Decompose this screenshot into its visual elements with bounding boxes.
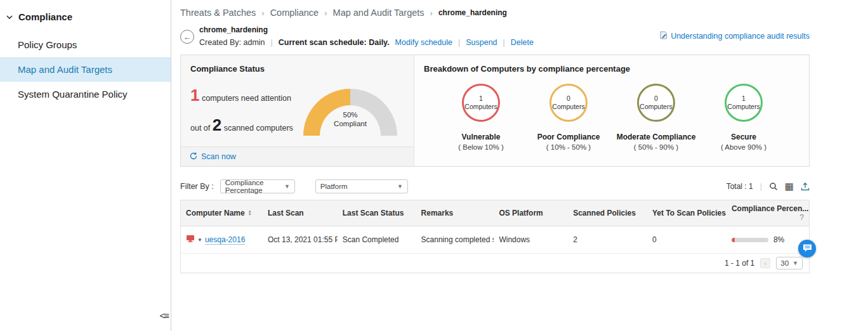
column-header-last-scan-status[interactable]: Last Scan Status <box>338 200 416 226</box>
last-scan-status-cell: Scan Completed <box>338 226 416 254</box>
secure-label: Secure <box>731 133 756 141</box>
poor-compliance-range: ( 10% - 50% ) <box>546 143 591 151</box>
column-header-os-platform[interactable]: OS Platform <box>494 200 568 226</box>
vulnerable-range: ( Below 10% ) <box>458 143 504 151</box>
chevron-down-icon: ▼ <box>284 183 290 190</box>
column-chooser-icon[interactable]: ▦ <box>785 182 794 191</box>
export-icon[interactable] <box>801 182 810 191</box>
breadcrumb: Threats & Patches › Compliance › Map and… <box>180 8 810 18</box>
meta-separator: | <box>271 38 273 47</box>
last-scan-cell: Oct 13, 2021 01:55 P... <box>263 226 338 254</box>
table-toolbar: Total : 1 | ▦ <box>727 182 810 191</box>
vulnerable-unit: Computers <box>464 103 497 111</box>
chat-icon <box>803 243 812 254</box>
pagination-range-label: 1 - 1 of 1 <box>725 259 754 268</box>
chevron-down-icon: ▼ <box>397 183 403 190</box>
poor-compliance-count: 0 <box>567 94 570 103</box>
breadcrumb-separator: › <box>430 8 433 18</box>
secure-count: 1 <box>742 94 746 103</box>
compliance-percent-label: 8% <box>773 235 784 244</box>
breadcrumb-map-and-audit-targets[interactable]: Map and Audit Targets <box>333 8 424 18</box>
breakdown-item-secure: 1 Computers Secure ( Above 90% ) <box>700 84 787 151</box>
suspend-link[interactable]: Suspend <box>466 38 497 47</box>
breakdown-title: Breakdown of Computers by compliance per… <box>414 55 809 74</box>
poor-compliance-label: Poor Compliance <box>537 133 600 141</box>
row-actions-caret-icon[interactable]: ▼ <box>197 237 202 243</box>
breakdown-item-poor-compliance: 0 Computers Poor Compliance ( 10% - 50% … <box>525 84 612 151</box>
computer-icon <box>186 235 195 245</box>
column-header-compliance-percentage[interactable]: Compliance Percen... ? <box>727 200 809 226</box>
column-header-remarks[interactable]: Remarks <box>416 200 494 226</box>
sidebar-item-system-quarantine-policy[interactable]: System Quarantine Policy <box>0 82 171 107</box>
scanned-policies-cell: 2 <box>568 226 647 254</box>
sidebar-section-label: Compliance <box>18 11 72 22</box>
scanned-count: 2 <box>213 115 221 134</box>
sidebar-item-policy-groups[interactable]: Policy Groups <box>0 32 171 57</box>
column-header-scanned-policies[interactable]: Scanned Policies <box>568 200 647 226</box>
poor-compliance-circle[interactable]: 0 Computers <box>549 84 588 122</box>
poor-compliance-unit: Computers <box>552 103 584 111</box>
vulnerable-count: 1 <box>479 94 483 103</box>
sidebar-nav: Policy Groups Map and Audit Targets Syst… <box>0 32 171 107</box>
chevron-down-icon <box>6 12 13 22</box>
breakdown-item-vulnerable: 1 Computers Vulnerable ( Below 10% ) <box>437 84 525 151</box>
toolbar-divider: | <box>760 182 762 191</box>
page-size-value: 30 <box>780 259 789 267</box>
scan-now-link[interactable]: Scan now <box>201 152 236 161</box>
sidebar-section-compliance[interactable]: Compliance <box>0 9 171 32</box>
search-icon[interactable] <box>769 182 778 191</box>
column-header-yet-to-scan-policies[interactable]: Yet To Scan Policies <box>647 200 727 226</box>
computer-name-link[interactable]: uesqa-2016 <box>205 235 245 245</box>
breadcrumb-threats-and-patches[interactable]: Threats & Patches <box>180 8 256 18</box>
breadcrumb-compliance[interactable]: Compliance <box>270 8 319 18</box>
chevron-down-icon: ▼ <box>792 260 798 266</box>
chat-fab-button[interactable] <box>798 240 816 257</box>
scan-schedule-label: Current scan schedule: Daily. <box>279 38 390 47</box>
compliance-status-section: Compliance Status 1 computers need atten… <box>181 55 414 166</box>
compliance-status-title: Compliance Status <box>181 55 414 74</box>
compliance-status-panel: Compliance Status 1 computers need atten… <box>180 55 810 167</box>
page-header: ← chrome_hardening Created By: admin | C… <box>180 25 810 47</box>
breadcrumb-current: chrome_hardening <box>438 8 507 17</box>
total-count-label: Total : 1 <box>727 182 753 191</box>
platform-dropdown[interactable]: Platform ▼ <box>315 179 408 193</box>
attention-line: 1 computers need attention <box>190 86 303 105</box>
page-size-dropdown[interactable]: 30 ▼ <box>776 257 803 269</box>
filter-by-label: Filter By : <box>180 182 214 191</box>
table-header-row: Computer Name ▲▼ Last Scan Last Scan Sta… <box>181 200 809 226</box>
moderate-compliance-count: 0 <box>654 94 658 103</box>
compliance-percentage-dropdown[interactable]: Compliance Percentage ▼ <box>220 179 295 193</box>
column-header-last-scan[interactable]: Last Scan <box>263 200 338 226</box>
column-header-computer-name[interactable]: Computer Name ▲▼ <box>181 200 263 226</box>
page-title: chrome_hardening <box>199 25 534 34</box>
breadcrumb-separator: › <box>324 8 327 18</box>
compliance-percentage-cell: 8% <box>727 226 809 254</box>
back-button[interactable]: ← <box>180 30 194 44</box>
sidebar-collapse-icon[interactable]: <≡ <box>159 310 168 321</box>
compliance-gauge: 50% Compliant <box>303 89 397 136</box>
yet-to-scan-policies-cell: 0 <box>647 226 727 254</box>
remarks-cell: Scanning completed s... <box>416 226 494 254</box>
modify-schedule-link[interactable]: Modify schedule <box>395 38 452 47</box>
document-edit-icon <box>659 31 667 41</box>
moderate-compliance-label: Moderate Compliance <box>617 133 696 141</box>
breakdown-item-moderate-compliance: 0 Computers Moderate Compliance ( 50% - … <box>612 84 700 151</box>
created-by-label: Created By: admin <box>199 38 265 47</box>
attention-count: 1 <box>190 86 199 105</box>
delete-link[interactable]: Delete <box>511 38 534 47</box>
scanned-line: out of 2 scanned computers <box>190 115 303 135</box>
sidebar-item-map-and-audit-targets[interactable]: Map and Audit Targets <box>0 57 171 82</box>
meta-separator: | <box>503 38 505 47</box>
gauge-label: 50% Compliant <box>303 110 397 128</box>
sidebar: Compliance Policy Groups Map and Audit T… <box>0 0 171 331</box>
secure-range: ( Above 90% ) <box>721 143 766 151</box>
sort-icon[interactable]: ▲▼ <box>248 210 252 216</box>
compliance-progress-bar <box>732 238 768 242</box>
understanding-audit-results-link[interactable]: Understanding compliance audit results <box>671 32 810 41</box>
help-icon[interactable]: ? <box>799 213 804 222</box>
vulnerable-circle[interactable]: 1 Computers <box>462 84 500 122</box>
pagination-prev-icon[interactable]: ‹ <box>760 258 770 268</box>
scanned-text: scanned computers <box>224 124 293 133</box>
secure-circle[interactable]: 1 Computers <box>725 84 763 122</box>
moderate-compliance-circle[interactable]: 0 Computers <box>637 84 675 122</box>
